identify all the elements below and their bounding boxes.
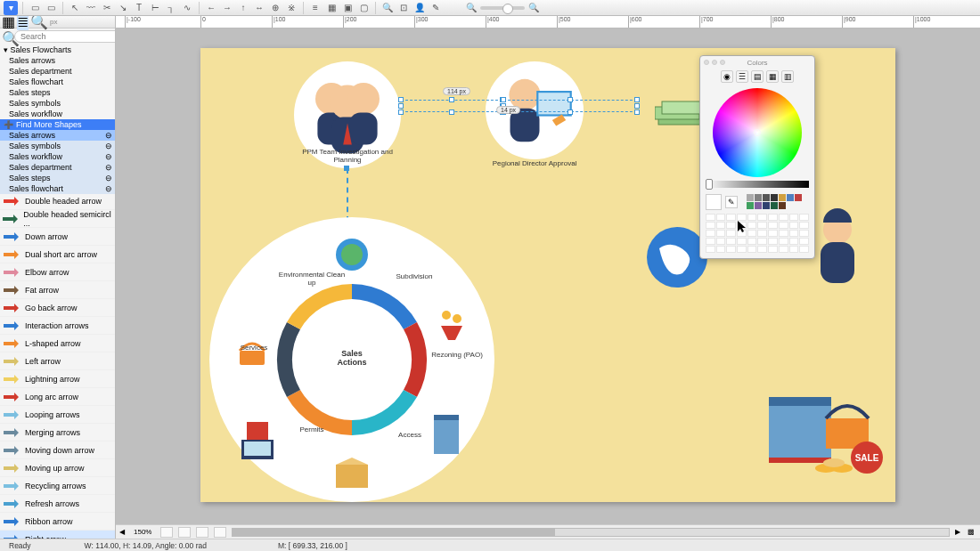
saved-color-cell[interactable] xyxy=(737,214,747,221)
page-layout-button[interactable] xyxy=(214,527,226,538)
tree-child[interactable]: Sales department xyxy=(0,66,115,77)
page-layout-button[interactable] xyxy=(178,527,191,538)
saved-color-cell[interactable] xyxy=(737,246,747,253)
saved-color-cell[interactable] xyxy=(789,222,799,229)
crayons-tab-icon[interactable]: ▥ xyxy=(781,70,794,83)
saved-color-cell[interactable] xyxy=(757,246,767,253)
zoom-slider[interactable] xyxy=(480,6,525,10)
arrow-left-icon[interactable]: ← xyxy=(204,1,218,15)
zoom-actual-button[interactable]: ⊡ xyxy=(396,1,411,15)
saved-color-cell[interactable] xyxy=(789,238,799,245)
saved-color-cell[interactable] xyxy=(726,214,736,221)
scroll-right-button[interactable]: ▶ xyxy=(955,528,960,536)
saved-color-cell[interactable] xyxy=(768,238,778,245)
saved-color-cell[interactable] xyxy=(716,230,726,237)
shape-row[interactable]: Dual short arc arrow xyxy=(0,246,115,263)
brightness-slider[interactable] xyxy=(706,181,809,188)
saved-color-cell[interactable] xyxy=(706,222,715,229)
wheel-tab-icon[interactable]: ◉ xyxy=(721,70,733,83)
saved-color-cell[interactable] xyxy=(789,246,799,253)
palettes-tab-icon[interactable]: ▤ xyxy=(751,70,764,83)
tree-child[interactable]: Sales arrows xyxy=(0,55,115,66)
category-row[interactable]: Sales arrows⊖ xyxy=(0,130,115,141)
anchor-icon[interactable]: ⊕ xyxy=(268,1,282,15)
h-scrollbar[interactable] xyxy=(232,528,950,537)
arrow-right-icon[interactable]: → xyxy=(220,1,234,15)
shape-row[interactable]: L-shaped arrow xyxy=(0,335,115,352)
shape-row[interactable]: Elbow arrow xyxy=(0,263,115,281)
color-swatch[interactable] xyxy=(771,194,778,201)
saved-color-cell[interactable] xyxy=(779,214,788,221)
ruler-tool[interactable]: ⊢ xyxy=(148,1,162,15)
saved-color-cell[interactable] xyxy=(799,214,809,221)
distribute-tool[interactable]: ▦ xyxy=(324,1,339,15)
saved-color-cell[interactable] xyxy=(789,230,799,237)
tree-child[interactable]: Sales symbols xyxy=(0,98,115,109)
text-tool[interactable]: T xyxy=(132,1,146,15)
color-swatch[interactable] xyxy=(747,202,754,209)
panel-list-icon[interactable]: ≣ xyxy=(17,16,29,30)
connector[interactable] xyxy=(347,168,348,222)
saved-color-cell[interactable] xyxy=(779,246,788,253)
close-icon[interactable]: ⊖ xyxy=(105,163,112,172)
saved-color-cell[interactable] xyxy=(726,246,736,253)
close-icon[interactable]: ⊖ xyxy=(105,174,112,182)
saved-color-cell[interactable] xyxy=(747,246,757,253)
paste-button[interactable]: ▭ xyxy=(44,1,58,15)
selected-arrow-shape-2[interactable] xyxy=(503,100,637,112)
category-row[interactable]: Sales steps⊖ xyxy=(0,173,115,183)
find-more-shapes[interactable]: ➕ Find More Shapes xyxy=(0,119,115,130)
category-row[interactable]: Sales department⊖ xyxy=(0,162,115,173)
saved-color-cell[interactable] xyxy=(757,230,767,237)
shape-row[interactable]: Fat arrow xyxy=(0,281,115,299)
color-swatch[interactable] xyxy=(763,194,770,201)
saved-color-cell[interactable] xyxy=(716,222,726,229)
file-menu-button[interactable]: ▾ xyxy=(4,1,18,15)
cycle-diagram[interactable]: Sales Actions Environmental Clean up Sub… xyxy=(209,217,494,502)
shape-row[interactable]: Double headed arrow xyxy=(0,192,115,210)
shape-row[interactable]: Lightning arrow xyxy=(0,370,115,388)
saved-color-cell[interactable] xyxy=(716,246,726,253)
color-swatch[interactable] xyxy=(779,194,786,201)
sliders-tab-icon[interactable]: ☰ xyxy=(736,70,748,83)
scissors-tool[interactable]: ✂ xyxy=(100,1,114,15)
shape-row[interactable]: Merging arrows xyxy=(0,424,115,442)
saved-color-cell[interactable] xyxy=(757,214,767,221)
color-swatch[interactable] xyxy=(795,194,802,201)
shape-row[interactable]: Recycling arrows xyxy=(0,477,115,495)
saved-color-cell[interactable] xyxy=(747,222,757,229)
saved-color-cell[interactable] xyxy=(799,246,809,253)
saved-color-cell[interactable] xyxy=(799,222,809,229)
shape-row[interactable]: Down arrow xyxy=(0,228,115,246)
colors-panel[interactable]: Colors ◉ ☰ ▤ ▦ ▥ ✎ xyxy=(699,55,815,259)
shape-row[interactable]: Interaction arrows xyxy=(0,317,115,335)
saved-color-cell[interactable] xyxy=(768,222,778,229)
connector-tool[interactable]: ↘ xyxy=(116,1,130,15)
selected-arrow-shape[interactable] xyxy=(401,100,502,112)
shape-row[interactable]: Go back arrow xyxy=(0,299,115,317)
zoom-percent[interactable]: 150% xyxy=(130,528,155,536)
shape-row[interactable]: Moving down arrow xyxy=(0,442,115,459)
shape-row[interactable]: Right arrow xyxy=(0,531,115,539)
curve-tool[interactable]: ∿ xyxy=(180,1,194,15)
saved-color-cell[interactable] xyxy=(737,238,747,245)
color-wheel[interactable] xyxy=(713,88,802,177)
category-row[interactable]: Sales symbols⊖ xyxy=(0,141,115,151)
saved-color-cell[interactable] xyxy=(706,246,715,253)
color-swatch[interactable] xyxy=(755,202,762,209)
saved-color-cell[interactable] xyxy=(747,230,757,237)
saved-color-cell[interactable] xyxy=(726,238,736,245)
tree-child[interactable]: Sales flowchart xyxy=(0,77,115,87)
color-swatch[interactable] xyxy=(779,202,786,209)
saved-color-cell[interactable] xyxy=(706,230,715,237)
saved-color-cell[interactable] xyxy=(779,230,788,237)
saved-color-cell[interactable] xyxy=(768,214,778,221)
saved-color-cell[interactable] xyxy=(716,214,726,221)
waypoint-icon[interactable]: ※ xyxy=(284,1,298,15)
close-icon[interactable]: ⊖ xyxy=(105,152,112,161)
arrow-up-icon[interactable]: ↑ xyxy=(236,1,250,15)
brush-button[interactable]: ✎ xyxy=(429,1,443,15)
panel-grid-icon[interactable]: ▦ xyxy=(2,16,15,30)
panel-titlebar[interactable]: Colors xyxy=(700,56,814,69)
shape-row[interactable]: Left arrow xyxy=(0,352,115,370)
